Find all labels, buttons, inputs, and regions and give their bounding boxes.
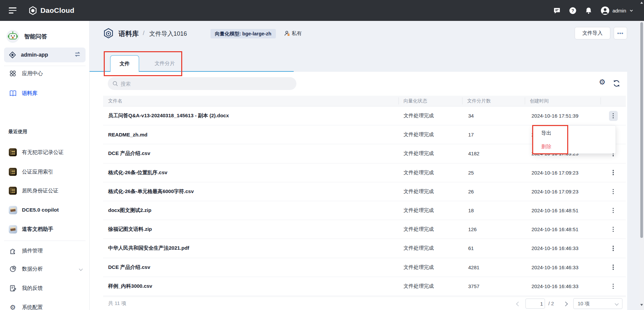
chunk-count: 126 bbox=[462, 226, 525, 232]
row-actions-button[interactable] bbox=[609, 281, 618, 291]
file-name[interactable]: 徐福记图文语料.zip bbox=[103, 226, 398, 232]
sidebar-item-settings[interactable]: ⚙ 系统配置 bbox=[0, 300, 90, 310]
row-actions-button[interactable] bbox=[609, 167, 618, 178]
menu-item-delete[interactable]: 删除 bbox=[533, 140, 615, 153]
avatar-icon bbox=[601, 6, 610, 15]
sidebar-item-analytics[interactable]: 数据分析 bbox=[0, 261, 90, 276]
breadcrumb-separator: / bbox=[143, 30, 144, 37]
sidebar-item-label: 应用中心 bbox=[22, 70, 43, 77]
row-context-menu: 导出 删除 bbox=[533, 125, 616, 154]
page-number-input[interactable] bbox=[525, 299, 545, 309]
col-filename: 文件名 bbox=[103, 96, 398, 106]
refresh-button[interactable] bbox=[612, 79, 621, 89]
seal-app-icon bbox=[8, 148, 17, 156]
row-actions-button[interactable] bbox=[609, 262, 618, 272]
vertical-scrollbar[interactable] bbox=[639, 0, 644, 310]
sidebar-item-feedback[interactable]: 我的反馈 bbox=[0, 281, 90, 296]
recent-item[interactable]: DCE5.0 copilot bbox=[0, 203, 90, 217]
page-size-value: 10 项 bbox=[578, 301, 590, 307]
vector-status: 文件处理完成 bbox=[398, 283, 462, 289]
created-time: 2024-10-16 16:46:33 bbox=[525, 265, 601, 270]
recent-item[interactable]: 有无犯罪记录公证 bbox=[0, 145, 90, 160]
search-input[interactable] bbox=[121, 81, 282, 87]
sidebar-item-plugins[interactable]: 插件管理 bbox=[0, 243, 90, 258]
table-settings-button[interactable]: ⚙ bbox=[599, 79, 606, 86]
recent-item-label: 道客文档助手 bbox=[22, 226, 53, 233]
file-name[interactable]: 中华人民共和国安全生产法2021.pdf bbox=[103, 245, 398, 251]
file-name[interactable]: 员工问答Q&A-v13-20240318_145613 - 副本 (2).doc… bbox=[103, 113, 398, 119]
apps-icon bbox=[8, 70, 17, 77]
breadcrumb-root[interactable]: 语料库 bbox=[119, 29, 139, 38]
created-time: 2024-10-16 17:09:23 bbox=[525, 189, 601, 194]
recent-item[interactable]: 居民身份证公证 bbox=[0, 183, 90, 198]
row-actions-button[interactable] bbox=[609, 243, 618, 253]
page-size-select[interactable]: 10 项 bbox=[573, 298, 622, 309]
scroll-down-arrow-icon[interactable] bbox=[640, 304, 643, 306]
table-row[interactable]: DCE 产品介绍.csv 文件处理完成 4281 2024-10-16 16:4… bbox=[103, 258, 626, 277]
chunk-count: 4182 bbox=[462, 151, 525, 156]
file-name[interactable]: 格式化-26条-单元格最高6000字符.csv bbox=[103, 188, 398, 195]
table-row[interactable]: 徐福记图文语料.zip 文件处理完成 126 2024-10-16 16:48:… bbox=[103, 220, 626, 239]
created-time: 2024-10-16 17:51:39 bbox=[525, 113, 601, 119]
file-name[interactable]: README_zh.md bbox=[103, 132, 398, 137]
notifications-button[interactable] bbox=[585, 7, 592, 14]
recent-item[interactable]: 道客文档助手 bbox=[0, 222, 90, 237]
vector-status: 文件处理完成 bbox=[398, 131, 462, 138]
switch-workspace-icon[interactable] bbox=[74, 51, 81, 59]
messages-button[interactable] bbox=[553, 7, 561, 14]
prev-page-button[interactable] bbox=[516, 302, 521, 306]
table-row[interactable]: 员工问答Q&A-v13-20240318_145613 - 副本 (2).doc… bbox=[103, 106, 626, 125]
brand-logo: DaoCloud bbox=[28, 6, 74, 15]
col-chunk-count: 文件分片数 bbox=[462, 96, 525, 106]
sidebar-item-label: 插件管理 bbox=[22, 247, 43, 254]
sidebar-item-app-center[interactable]: 应用中心 bbox=[0, 66, 90, 81]
vector-model-badge: 向量化模型: bge-large-zh bbox=[211, 29, 276, 38]
col-actions bbox=[601, 96, 626, 106]
row-actions-button[interactable] bbox=[609, 224, 618, 235]
table-row[interactable]: 格式化-26条-单元格最高6000字符.csv 文件处理完成 26 2024-1… bbox=[103, 182, 626, 201]
more-actions-button[interactable]: ••• bbox=[614, 27, 627, 39]
recent-item-label: 居民身份证公证 bbox=[22, 187, 59, 194]
table-row[interactable]: 中华人民共和国安全生产法2021.pdf 文件处理完成 61 2024-10-1… bbox=[103, 239, 626, 258]
chunk-count: 18 bbox=[462, 208, 525, 213]
scroll-up-arrow-icon[interactable] bbox=[640, 2, 643, 4]
scrollbar-thumb[interactable] bbox=[640, 22, 643, 238]
sidebar-toggle-icon[interactable] bbox=[9, 7, 17, 13]
seal-app-icon bbox=[8, 168, 17, 176]
total-count: 共 11 项 bbox=[108, 300, 126, 307]
table-row[interactable]: 样例_内科3000.csv 文件处理完成 3757 2024-10-16 16:… bbox=[103, 277, 626, 296]
tab-file-chunks[interactable]: 文件分片 bbox=[147, 55, 182, 71]
file-name[interactable]: 格式化-26条-位置乱序.csv bbox=[103, 169, 398, 176]
row-actions-button[interactable] bbox=[609, 111, 618, 121]
help-button[interactable]: ? bbox=[569, 7, 577, 14]
file-name[interactable]: 样例_内科3000.csv bbox=[103, 283, 398, 289]
table-row[interactable]: docx图文测试2.zip 文件处理完成 18 2024-10-16 16:48… bbox=[103, 201, 626, 220]
next-page-button[interactable] bbox=[563, 302, 568, 306]
vector-status: 文件处理完成 bbox=[398, 207, 462, 214]
chunk-count: 4281 bbox=[462, 265, 525, 270]
file-name[interactable]: DCE 产品介绍.csv bbox=[103, 264, 398, 271]
table-row[interactable]: 格式化-26条-位置乱序.csv 文件处理完成 25 2024-10-16 17… bbox=[103, 163, 626, 182]
search-box bbox=[108, 77, 296, 90]
app-title: 智能问答 bbox=[24, 33, 47, 40]
file-import-button[interactable]: 文件导入 bbox=[575, 27, 610, 39]
sidebar-item-label: 数据分析 bbox=[22, 266, 43, 273]
user-menu[interactable]: admin bbox=[601, 6, 634, 15]
recent-item[interactable]: 公证应用索引 bbox=[0, 164, 90, 179]
gear-icon: ⚙ bbox=[8, 304, 17, 310]
file-name[interactable]: DCE 产品介绍.csv bbox=[103, 150, 398, 157]
col-created-time: 创建时间 bbox=[525, 96, 601, 106]
chevron-down-icon bbox=[615, 302, 618, 305]
chevron-down-icon bbox=[79, 267, 83, 271]
file-name[interactable]: docx图文测试2.zip bbox=[103, 207, 398, 214]
menu-item-export[interactable]: 导出 bbox=[533, 126, 615, 140]
row-actions-button[interactable] bbox=[609, 186, 618, 196]
refresh-icon bbox=[612, 79, 621, 88]
seal-app-icon bbox=[8, 187, 17, 195]
tab-files[interactable]: 文件 bbox=[110, 55, 139, 72]
workspace-selector[interactable]: admin-app bbox=[4, 48, 86, 62]
row-actions-button[interactable] bbox=[609, 206, 618, 216]
recent-section-label: 最近使用 bbox=[8, 129, 27, 135]
vector-status: 文件处理完成 bbox=[398, 188, 462, 195]
sidebar-item-corpus[interactable]: 语料库 bbox=[0, 86, 90, 101]
